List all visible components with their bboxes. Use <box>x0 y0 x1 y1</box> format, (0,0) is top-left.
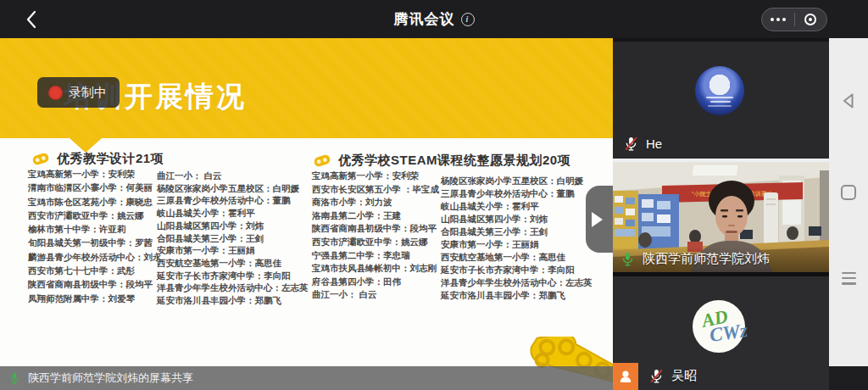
expand-videos-button[interactable] <box>586 186 613 253</box>
participant-tile-wuzhao[interactable]: AD CWz 吴昭 <box>613 276 829 390</box>
award-list-item: 宝鸡高新第一小学：安利荣 <box>312 170 439 183</box>
award-list-item: 延安市洛川县丰园小学：郑鹏飞 <box>441 289 593 302</box>
award-list-item: 延安市洛川县丰园小学：郑鹏飞 <box>157 294 309 307</box>
recording-dot-icon <box>48 86 63 100</box>
award-list-col: 曲江一小： 白云杨陵区张家岗小学五星校区：白明媛三原县青少年校外活动中心：董鹏岐… <box>157 170 309 307</box>
award-list-item: 山阳县城区第四小学：刘炜 <box>441 213 593 226</box>
award-list-item: 岐山县城关小学：霍利平 <box>441 200 593 213</box>
nav-rail-bottom <box>829 366 868 390</box>
award-list-item: 合阳县城关第三小学：王剑 <box>157 232 309 245</box>
page-title: 腾讯会议 i <box>0 0 868 38</box>
award-list-item: 西安市长安区第五小学 ：毕宝成 <box>312 183 439 197</box>
lego-beam-icon <box>312 153 331 169</box>
award-list-item: 曲江一小： 白云 <box>157 170 309 182</box>
award-list-item: 旬阳县城关第一初级中学：罗茜 <box>28 236 162 249</box>
info-icon[interactable]: i <box>461 13 475 26</box>
award-list-item: 西安市第七十七中学：武彤 <box>28 264 162 277</box>
award-list-item: 洛南县第二小学：王建 <box>312 209 439 223</box>
participant-name: 陕西学前师范学院刘炜 <box>643 251 770 267</box>
award-list-item: 杨陵区张家岗小学五星校区：白明媛 <box>157 182 309 195</box>
award-list-item: 陕西省商南县初级中学：段均平 <box>312 222 439 236</box>
nav-home-icon[interactable] <box>829 185 868 200</box>
active-speaker-person-icon <box>613 363 638 390</box>
award-list-item: 渭南市临渭区小寨小学：何美丽 <box>28 181 162 194</box>
app-title: 腾讯会议 <box>394 9 455 29</box>
award-list-item: 西安市浐灞欧亚中学：姚云娜 <box>312 236 439 249</box>
participant-tile-liuwei-camera[interactable]: “小院士品质计划”教师培训基地 <box>613 162 829 272</box>
award-list-item: 麟游县青少年校外活动中心：刘永 <box>28 250 162 264</box>
award-list-item: 宝鸡市扶风县绛帐初中：刘志刚 <box>312 262 439 276</box>
award-list-col: 杨陵区张家岗小学五星校区：白明媛三原县青少年校外活动中心：董鹏岐山县城关小学：霍… <box>441 175 593 302</box>
award-list-item: 洋县青少年学生校外活动中心：左志英 <box>441 276 593 289</box>
award-list-item: 商洛市小学：刘力波 <box>312 196 439 209</box>
miniprogram-capsule <box>761 8 827 31</box>
avatar <box>695 66 744 115</box>
award-list-item: 延安市子长市齐家湾中学：李向阳 <box>157 270 309 282</box>
award-list-item: 岐山县城关小学：霍利平 <box>157 207 309 220</box>
nav-back-icon[interactable] <box>829 91 868 111</box>
mic-on-icon <box>8 371 21 385</box>
top-bar: 腾讯会议 i <box>0 0 868 38</box>
section-heading-teaching-design: 优秀教学设计21项 <box>32 151 164 167</box>
award-list-col: 宝鸡高新第一小学：安利荣渭南市临渭区小寨小学：何美丽宝鸡市陈仓区茗苑小学：康晓忠… <box>28 167 162 305</box>
award-list-item: 榆林市第十中学：许亚莉 <box>28 222 162 236</box>
more-menu-icon[interactable] <box>762 8 794 31</box>
section-heading-steam-plan: 优秀学校STEAM课程统整愿景规划20项 <box>314 153 570 169</box>
award-list-item: 山阳县城区第四小学：刘炜 <box>157 220 309 232</box>
award-list-item: 杨陵区张家岗小学五星校区：白明媛 <box>441 175 593 187</box>
nav-recents-icon[interactable] <box>829 272 868 285</box>
participant-name: 吴昭 <box>671 368 697 384</box>
award-list-item: 西安市浐灞欧亚中学：姚云娜 <box>28 209 162 222</box>
award-list-item: 合阳县城关第三小学：王剑 <box>441 226 593 238</box>
mic-muted-icon <box>623 136 639 152</box>
award-list-col: 宝鸡高新第一小学：安利荣西安市长安区第五小学 ：毕宝成商洛市小学：刘力波洛南县第… <box>312 170 439 302</box>
play-arrow-icon <box>592 212 603 227</box>
award-list-item: 三原县青少年校外活动中心：董鹏 <box>441 187 593 200</box>
share-banner-text: 陕西学前师范学院刘炜的屏幕共享 <box>28 370 193 386</box>
award-list-item: 凤翔师范附属中学：刘爱琴 <box>28 292 162 305</box>
participant-name: He <box>646 136 662 151</box>
award-list-item: 安康市第一小学：王丽娟 <box>441 238 593 251</box>
android-nav-rail <box>829 38 868 366</box>
avatar-monogram: CWz <box>708 320 748 347</box>
award-list-item: 洋县青少年学生校外活动中心：左志英 <box>157 281 309 294</box>
award-list-item: 西安航空基地第一小学：高思佳 <box>441 251 593 264</box>
minimize-target-icon[interactable] <box>795 8 827 31</box>
participants-panel: He “小院士品质计划”教师培训基地 <box>613 38 829 390</box>
award-list-item: 府谷县第四小学：田伟 <box>312 276 439 289</box>
screen-share-banner: 陕西学前师范学院刘炜的屏幕共享 <box>0 366 613 390</box>
award-list-item: 延安市子长市齐家湾中学：李向阳 <box>441 264 593 276</box>
mic-muted-icon <box>648 368 665 384</box>
award-list-item: 陕西省商南县初级中学：段均平 <box>28 277 162 291</box>
participant-tile-he[interactable]: He <box>613 42 829 159</box>
recording-badge: 录制中 <box>37 77 120 108</box>
app-screen: 腾讯会议 i 培训开展情况 录制中 优秀教学设计21项 宝鸡高新第一小学：安利荣… <box>0 0 868 390</box>
screen-share-view: 培训开展情况 录制中 优秀教学设计21项 宝鸡高新第一小学：安利荣渭南市临渭区小… <box>0 38 613 390</box>
mic-on-icon <box>620 251 636 267</box>
award-list-item: 西安航空基地第一小学：高思佳 <box>157 257 309 270</box>
award-list-item: 宝鸡高新第一小学：安利荣 <box>28 167 162 181</box>
award-list-item: 宁强县第二中学：李忠瑞 <box>312 249 439 263</box>
recording-label: 录制中 <box>69 85 107 101</box>
avatar: AD CWz <box>693 300 745 353</box>
award-list-item: 曲江一小： 白云 <box>312 288 439 302</box>
award-list-item: 三原县青少年校外活动中心：董鹏 <box>157 194 309 207</box>
lego-beam-icon <box>31 151 50 167</box>
award-list-item: 宝鸡市陈仓区茗苑小学：康晓忠 <box>28 195 162 209</box>
award-list-item: 安康市第一小学：王丽娟 <box>157 244 309 257</box>
